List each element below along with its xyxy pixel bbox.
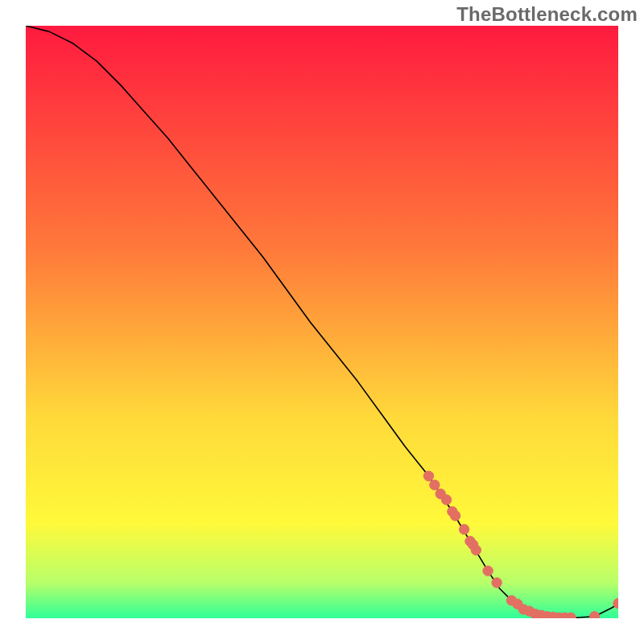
data-marker [430,480,440,489]
data-marker [441,495,451,505]
chart-stage: TheBottleneck.com [0,0,644,644]
data-marker [450,510,460,520]
curve-layer-svg [26,26,618,618]
bottleneck-curve [26,26,618,617]
data-marker [471,545,481,555]
data-marker [423,471,433,481]
data-marker [483,566,493,576]
data-marker [459,524,469,534]
data-marker [492,578,502,588]
data-marker [589,612,599,618]
watermark-label: TheBottleneck.com [456,3,638,26]
marker-group [423,471,618,618]
plot-area [26,26,618,618]
